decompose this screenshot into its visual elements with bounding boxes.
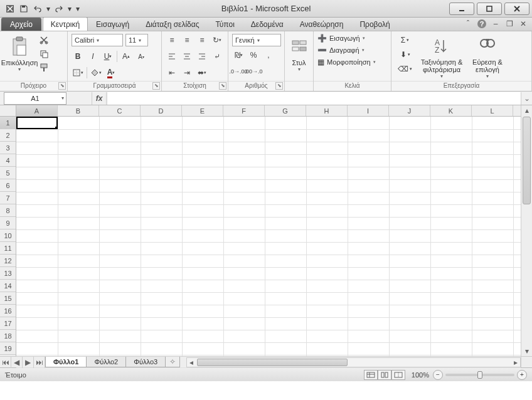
row-header[interactable]: 9 — [0, 217, 16, 229]
name-box[interactable]: A1▾ — [4, 92, 66, 105]
increase-decimal-icon[interactable]: .0→.00 — [232, 65, 245, 78]
fill-icon[interactable]: ⬇▾ — [395, 48, 415, 61]
sheet-tab[interactable]: Φύλλο1 — [45, 357, 87, 367]
last-sheet-icon[interactable]: ⏭ — [34, 357, 45, 368]
scroll-left-icon[interactable]: ◂ — [187, 358, 196, 367]
sheet-tab[interactable]: Φύλλο3 — [125, 357, 166, 367]
align-top-icon[interactable]: ≡ — [166, 34, 178, 46]
col-header[interactable]: F — [223, 105, 265, 116]
cells-area[interactable] — [16, 117, 521, 356]
vscroll-thumb[interactable] — [523, 117, 531, 204]
file-tab[interactable]: Αρχείο — [1, 18, 41, 31]
alignment-dialog-launcher[interactable]: ⬊ — [219, 82, 226, 90]
zoom-track[interactable] — [445, 374, 514, 376]
italic-button[interactable]: I — [87, 50, 99, 63]
cut-icon[interactable] — [38, 34, 50, 46]
delete-cells-button[interactable]: ➖ Διαγραφή ▾ — [317, 46, 364, 55]
minimize-button[interactable] — [449, 3, 474, 15]
row-header[interactable]: 15 — [0, 292, 16, 305]
row-header[interactable]: 4 — [0, 154, 16, 167]
col-header[interactable]: K — [430, 105, 472, 116]
new-sheet-button[interactable]: ✧ — [165, 357, 180, 367]
active-cell[interactable] — [16, 117, 58, 129]
clear-icon[interactable]: ⌫▾ — [395, 63, 415, 75]
wrap-text-icon[interactable]: ⤶ — [211, 50, 223, 63]
row-header[interactable]: 6 — [0, 179, 16, 192]
col-header[interactable]: B — [58, 105, 99, 116]
excel-icon[interactable] — [4, 3, 16, 15]
insert-cells-button[interactable]: ➕ Εισαγωγή ▾ — [317, 34, 365, 43]
row-header[interactable]: 14 — [0, 280, 16, 292]
scroll-down-icon[interactable]: ▾ — [521, 346, 532, 356]
zoom-out-button[interactable]: − — [433, 370, 443, 380]
clipboard-dialog-launcher[interactable]: ⬊ — [58, 82, 66, 90]
percent-format-icon[interactable]: % — [247, 49, 260, 61]
comma-format-icon[interactable]: , — [262, 49, 275, 61]
horizontal-scrollbar[interactable]: ◂ ▸ — [186, 357, 521, 367]
redo-dropdown-icon[interactable]: ▾ — [66, 3, 73, 15]
align-left-icon[interactable] — [166, 50, 178, 63]
col-header[interactable]: G — [265, 105, 306, 116]
undo-icon[interactable] — [31, 3, 44, 15]
autosum-icon[interactable]: Σ▾ — [395, 34, 415, 46]
align-bottom-icon[interactable]: ≡ — [196, 34, 208, 46]
tab-page-layout[interactable]: Διάταξη σελίδας — [137, 17, 207, 31]
row-header[interactable]: 8 — [0, 204, 16, 217]
decrease-indent-icon[interactable]: ⇤ — [166, 66, 178, 79]
fill-color-icon[interactable]: ▾ — [90, 66, 102, 79]
col-header[interactable]: A — [16, 105, 58, 116]
tab-review[interactable]: Αναθεώρηση — [292, 17, 352, 31]
undo-dropdown-icon[interactable]: ▾ — [45, 3, 51, 15]
row-header[interactable]: 10 — [0, 229, 16, 242]
increase-indent-icon[interactable]: ⇥ — [181, 66, 193, 79]
bold-button[interactable]: B — [72, 50, 84, 63]
font-color-icon[interactable]: A▾ — [105, 66, 117, 79]
close-button[interactable] — [504, 3, 529, 15]
row-header[interactable]: 2 — [0, 129, 16, 142]
col-header[interactable]: J — [389, 105, 430, 116]
merge-center-icon[interactable]: ⬌▾ — [196, 66, 208, 79]
insert-function-button[interactable]: fx — [92, 92, 107, 105]
styles-button[interactable]: Στυλ ▾ — [289, 34, 309, 79]
orientation-icon[interactable]: ↻▾ — [211, 34, 223, 46]
col-header[interactable]: D — [141, 105, 182, 116]
page-break-view-icon[interactable] — [391, 370, 405, 380]
row-header[interactable]: 5 — [0, 167, 16, 179]
align-right-icon[interactable] — [196, 50, 208, 63]
help-icon[interactable]: ? — [477, 19, 487, 29]
row-header[interactable]: 7 — [0, 192, 16, 204]
grow-font-icon[interactable]: A▴ — [120, 50, 132, 63]
row-header[interactable]: 11 — [0, 242, 16, 255]
font-size-combo[interactable]: 11▾ — [125, 34, 148, 46]
find-select-button[interactable]: Εύρεση & επιλογή ▾ — [469, 34, 506, 79]
font-name-combo[interactable]: Calibri▾ — [72, 34, 123, 46]
row-header[interactable]: 16 — [0, 305, 16, 317]
maximize-button[interactable] — [477, 3, 502, 15]
sort-filter-button[interactable]: AZ Ταξινόμηση & φιλτράρισμα ▾ — [417, 34, 466, 79]
underline-button[interactable]: U▾ — [102, 50, 114, 63]
row-header[interactable]: 17 — [0, 317, 16, 330]
tab-insert[interactable]: Εισαγωγή — [88, 17, 137, 31]
shrink-font-icon[interactable]: A▾ — [135, 50, 147, 63]
row-header[interactable]: 19 — [0, 342, 16, 355]
row-header[interactable]: 18 — [0, 330, 16, 342]
page-layout-view-icon[interactable] — [378, 370, 391, 380]
number-format-combo[interactable]: Γενική▾ — [232, 34, 281, 46]
tab-view[interactable]: Προβολή — [351, 17, 398, 31]
tab-home[interactable]: Κεντρική — [43, 17, 88, 31]
col-header[interactable]: L — [472, 105, 513, 116]
workbook-minimize-icon[interactable]: – — [491, 19, 501, 29]
tab-formulas[interactable]: Τύποι — [208, 17, 243, 31]
align-middle-icon[interactable]: ≡ — [181, 34, 193, 46]
vertical-scrollbar[interactable]: ▴ ▾ — [521, 105, 532, 356]
sheet-tab[interactable]: Φύλλο2 — [86, 357, 126, 367]
number-dialog-launcher[interactable]: ⬊ — [275, 82, 283, 90]
scroll-up-icon[interactable]: ▴ — [521, 105, 532, 115]
hscroll-thumb[interactable] — [197, 359, 348, 366]
align-center-icon[interactable] — [181, 50, 193, 63]
normal-view-icon[interactable] — [364, 370, 378, 380]
minimize-ribbon-icon[interactable]: ˆ — [463, 19, 473, 29]
zoom-thumb[interactable] — [477, 371, 482, 379]
format-painter-icon[interactable] — [38, 61, 50, 74]
namebox-dropdown-icon[interactable]: ▾ — [61, 95, 64, 101]
